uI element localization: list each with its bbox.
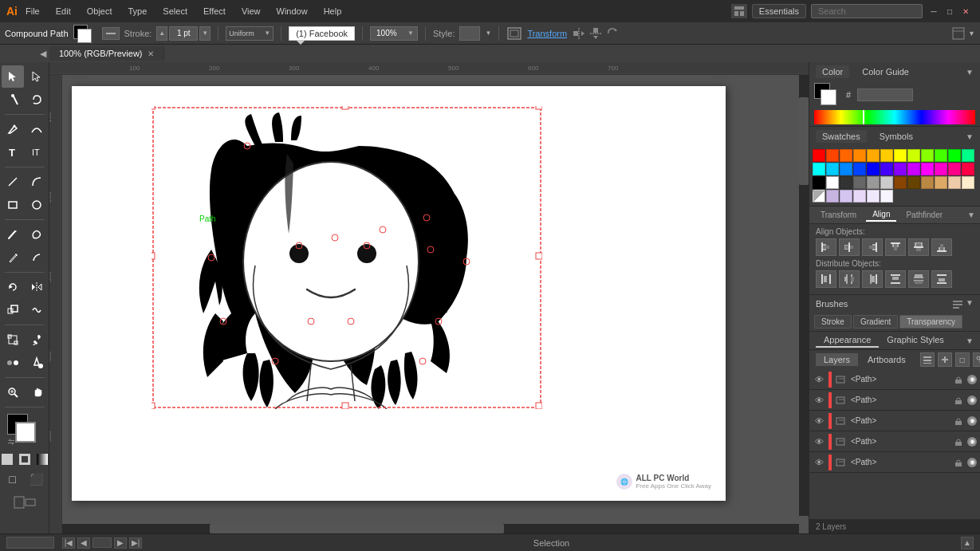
swatch-19[interactable] — [840, 176, 852, 189]
distribute-left-btn[interactable] — [816, 270, 836, 288]
ellipse-tool[interactable] — [26, 194, 48, 216]
swatch-green[interactable] — [948, 149, 961, 162]
align-middle-v-btn[interactable] — [908, 238, 929, 256]
swatch-cyan[interactable] — [813, 163, 825, 175]
tab-scroll-left[interactable]: ◀ — [40, 49, 46, 59]
swatch-12[interactable] — [853, 163, 866, 175]
swatch-4[interactable] — [867, 149, 880, 162]
appearance-expand[interactable]: ▼ — [966, 337, 974, 345]
swatch-11[interactable] — [840, 163, 852, 175]
layer-lock-5[interactable] — [953, 457, 964, 468]
rotate-icon[interactable] — [605, 26, 620, 41]
workspace-icon[interactable] — [731, 4, 747, 18]
artboards-tab-btn[interactable]: Artboards — [860, 353, 914, 366]
direct-selection-tool[interactable] — [26, 65, 48, 88]
menu-help[interactable]: Help — [321, 5, 345, 18]
align-top-btn[interactable] — [885, 238, 906, 256]
swatch-none[interactable] — [813, 190, 825, 203]
menu-edit[interactable]: Edit — [53, 5, 74, 18]
status-expand-btn[interactable]: ▲ — [961, 537, 974, 549]
transparency-tab[interactable]: Transparency — [899, 315, 962, 329]
stroke-type-selector[interactable]: Uniform ▼ — [226, 26, 274, 41]
make-clipping-btn[interactable] — [973, 352, 980, 367]
color-fg-bg-swatches[interactable] — [814, 83, 840, 107]
swatch-7[interactable] — [921, 149, 934, 162]
layer-target-1[interactable]: ◉ — [967, 375, 977, 384]
layer-target-2[interactable]: ◉ — [967, 396, 977, 405]
swatch-29[interactable] — [826, 190, 839, 203]
fullscreen-button[interactable]: ⬛ — [26, 468, 48, 490]
appearance-tab-btn[interactable]: Appearance — [816, 333, 879, 348]
layer-lock-2[interactable] — [953, 395, 964, 406]
page-number-input[interactable]: 1 — [92, 537, 112, 548]
line-tool[interactable] — [2, 171, 24, 193]
maximize-button[interactable]: □ — [943, 6, 956, 17]
layer-visibility-3[interactable]: 👁 — [813, 415, 825, 427]
distribute-middle-v-btn[interactable] — [908, 270, 929, 288]
opacity-input-group[interactable]: ▼ — [370, 26, 418, 41]
bg-swatch[interactable] — [821, 89, 836, 105]
stroke-mode-button[interactable] — [17, 451, 33, 467]
menu-file[interactable]: File — [22, 5, 43, 18]
swatch-blue[interactable] — [867, 163, 880, 175]
tab-transform[interactable]: Transform — [814, 209, 863, 221]
layer-visibility-2[interactable]: 👁 — [813, 394, 825, 407]
distribute-bottom-btn[interactable] — [931, 270, 952, 288]
align-center-h-btn[interactable] — [839, 238, 860, 256]
first-page-btn[interactable]: |◀ — [62, 537, 75, 549]
flip-v-icon[interactable] — [588, 26, 603, 41]
style-preview[interactable] — [459, 26, 480, 41]
swatch-6[interactable] — [907, 149, 920, 162]
swatch-21[interactable] — [867, 176, 880, 189]
warp-tool[interactable] — [26, 299, 48, 321]
distribute-right-btn[interactable] — [862, 270, 883, 288]
swap-colors-icon[interactable] — [7, 438, 15, 446]
swatch-16[interactable] — [935, 163, 947, 175]
menu-view[interactable]: View — [238, 5, 264, 18]
layer-row-4[interactable]: 👁 <Path> ◉ — [809, 431, 980, 452]
menu-object[interactable]: Object — [84, 5, 116, 18]
stroke-color-swatch[interactable] — [15, 422, 36, 443]
selection-tool[interactable] — [2, 65, 24, 88]
stroke-weight-selector[interactable] — [102, 27, 120, 40]
color-guide-tab[interactable]: Color Guide — [856, 65, 915, 78]
swatch-30[interactable] — [840, 190, 852, 203]
brushes-menu-icon[interactable] — [952, 298, 963, 309]
menu-window[interactable]: Window — [274, 5, 311, 18]
pen-tool[interactable] — [2, 118, 24, 140]
gradient-tab[interactable]: Gradient — [853, 315, 898, 329]
layers-options-btn[interactable] — [920, 352, 935, 367]
scale-tool[interactable] — [2, 299, 24, 321]
type-tool[interactable]: T — [2, 141, 24, 163]
canvas-icon[interactable] — [506, 26, 522, 41]
menu-effect[interactable]: Effect — [200, 5, 229, 18]
swatch-5[interactable] — [880, 149, 893, 162]
swatch-1[interactable] — [826, 149, 839, 162]
transform-label[interactable]: Transform — [527, 29, 567, 38]
swatch-magenta[interactable] — [921, 163, 934, 175]
swatch-yellow[interactable] — [894, 149, 907, 162]
layers-tab-btn[interactable]: Layers — [816, 353, 858, 366]
swatch-9[interactable] — [962, 149, 974, 162]
fill-mode-button[interactable] — [0, 451, 15, 467]
next-page-btn[interactable]: ▶ — [114, 537, 127, 549]
layer-row-1[interactable]: 👁 <Path> ◉ — [809, 369, 980, 390]
swatch-white[interactable] — [826, 176, 839, 189]
tab-pathfinder[interactable]: Pathfinder — [899, 209, 949, 221]
stroke-tab[interactable]: Stroke — [814, 315, 852, 329]
tab-align[interactable]: Align — [866, 208, 896, 222]
swatch-28[interactable] — [962, 176, 974, 189]
menu-type[interactable]: Type — [125, 5, 151, 18]
swatch-3[interactable] — [853, 149, 866, 162]
zoom-tool[interactable] — [2, 381, 24, 403]
panel-toggle[interactable]: ▼ — [952, 27, 975, 40]
swatch-8[interactable] — [935, 149, 947, 162]
swatch-14[interactable] — [894, 163, 907, 175]
rotate-tool[interactable] — [2, 276, 24, 298]
stroke-value-input[interactable]: 1 pt — [169, 26, 198, 41]
brushes-expand[interactable]: ▼ — [966, 298, 974, 309]
swatch-10[interactable] — [826, 163, 839, 175]
lasso-tool[interactable] — [26, 89, 48, 111]
stroke-up-btn[interactable]: ▲ — [156, 26, 167, 41]
artboard-tool[interactable] — [7, 491, 42, 514]
